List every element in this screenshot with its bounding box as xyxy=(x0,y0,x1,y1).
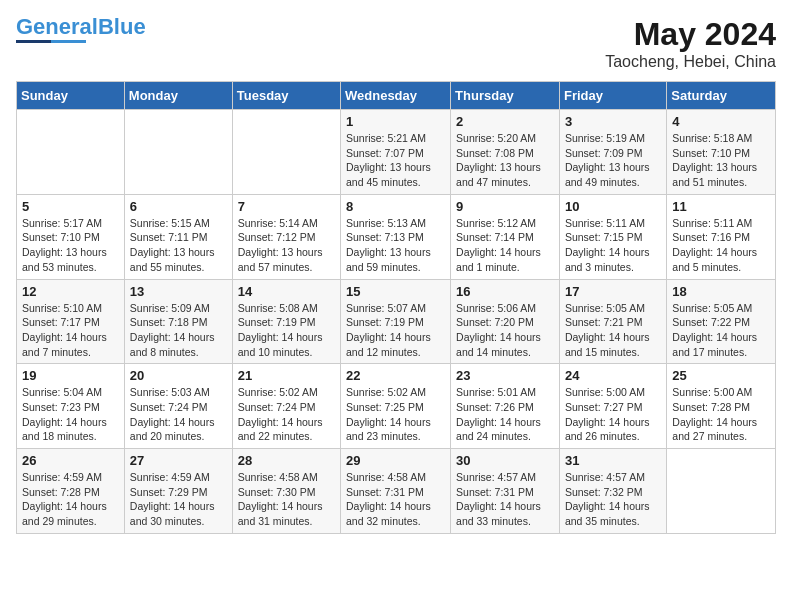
calendar-body: 1Sunrise: 5:21 AM Sunset: 7:07 PM Daylig… xyxy=(17,110,776,534)
header-cell-wednesday: Wednesday xyxy=(341,82,451,110)
day-number: 8 xyxy=(346,199,445,214)
day-info: Sunrise: 5:05 AM Sunset: 7:22 PM Dayligh… xyxy=(672,301,770,360)
day-cell: 14Sunrise: 5:08 AM Sunset: 7:19 PM Dayli… xyxy=(232,279,340,364)
day-cell: 13Sunrise: 5:09 AM Sunset: 7:18 PM Dayli… xyxy=(124,279,232,364)
logo-underline xyxy=(16,40,86,43)
day-number: 24 xyxy=(565,368,661,383)
header: GeneralBlue May 2024 Taocheng, Hebei, Ch… xyxy=(16,16,776,71)
calendar-header: SundayMondayTuesdayWednesdayThursdayFrid… xyxy=(17,82,776,110)
day-cell: 4Sunrise: 5:18 AM Sunset: 7:10 PM Daylig… xyxy=(667,110,776,195)
header-cell-tuesday: Tuesday xyxy=(232,82,340,110)
day-number: 25 xyxy=(672,368,770,383)
day-info: Sunrise: 4:59 AM Sunset: 7:28 PM Dayligh… xyxy=(22,470,119,529)
day-info: Sunrise: 5:02 AM Sunset: 7:25 PM Dayligh… xyxy=(346,385,445,444)
day-number: 3 xyxy=(565,114,661,129)
day-cell: 30Sunrise: 4:57 AM Sunset: 7:31 PM Dayli… xyxy=(451,449,560,534)
day-info: Sunrise: 5:21 AM Sunset: 7:07 PM Dayligh… xyxy=(346,131,445,190)
logo-text: GeneralBlue xyxy=(16,16,146,38)
day-info: Sunrise: 5:02 AM Sunset: 7:24 PM Dayligh… xyxy=(238,385,335,444)
day-info: Sunrise: 5:00 AM Sunset: 7:28 PM Dayligh… xyxy=(672,385,770,444)
day-number: 13 xyxy=(130,284,227,299)
header-cell-sunday: Sunday xyxy=(17,82,125,110)
day-cell: 21Sunrise: 5:02 AM Sunset: 7:24 PM Dayli… xyxy=(232,364,340,449)
day-number: 6 xyxy=(130,199,227,214)
day-number: 18 xyxy=(672,284,770,299)
week-row-1: 5Sunrise: 5:17 AM Sunset: 7:10 PM Daylig… xyxy=(17,194,776,279)
day-number: 17 xyxy=(565,284,661,299)
day-info: Sunrise: 4:58 AM Sunset: 7:31 PM Dayligh… xyxy=(346,470,445,529)
day-cell: 31Sunrise: 4:57 AM Sunset: 7:32 PM Dayli… xyxy=(559,449,666,534)
day-cell: 18Sunrise: 5:05 AM Sunset: 7:22 PM Dayli… xyxy=(667,279,776,364)
day-number: 23 xyxy=(456,368,554,383)
day-info: Sunrise: 5:01 AM Sunset: 7:26 PM Dayligh… xyxy=(456,385,554,444)
header-row: SundayMondayTuesdayWednesdayThursdayFrid… xyxy=(17,82,776,110)
day-number: 16 xyxy=(456,284,554,299)
day-info: Sunrise: 5:11 AM Sunset: 7:15 PM Dayligh… xyxy=(565,216,661,275)
day-number: 29 xyxy=(346,453,445,468)
day-number: 15 xyxy=(346,284,445,299)
day-info: Sunrise: 5:19 AM Sunset: 7:09 PM Dayligh… xyxy=(565,131,661,190)
day-number: 27 xyxy=(130,453,227,468)
logo: GeneralBlue xyxy=(16,16,146,43)
day-cell: 6Sunrise: 5:15 AM Sunset: 7:11 PM Daylig… xyxy=(124,194,232,279)
day-cell: 16Sunrise: 5:06 AM Sunset: 7:20 PM Dayli… xyxy=(451,279,560,364)
week-row-4: 26Sunrise: 4:59 AM Sunset: 7:28 PM Dayli… xyxy=(17,449,776,534)
location: Taocheng, Hebei, China xyxy=(605,53,776,71)
day-cell: 22Sunrise: 5:02 AM Sunset: 7:25 PM Dayli… xyxy=(341,364,451,449)
day-number: 20 xyxy=(130,368,227,383)
day-info: Sunrise: 5:07 AM Sunset: 7:19 PM Dayligh… xyxy=(346,301,445,360)
day-cell: 28Sunrise: 4:58 AM Sunset: 7:30 PM Dayli… xyxy=(232,449,340,534)
day-cell: 10Sunrise: 5:11 AM Sunset: 7:15 PM Dayli… xyxy=(559,194,666,279)
day-number: 12 xyxy=(22,284,119,299)
day-number: 21 xyxy=(238,368,335,383)
day-info: Sunrise: 5:17 AM Sunset: 7:10 PM Dayligh… xyxy=(22,216,119,275)
day-number: 19 xyxy=(22,368,119,383)
day-info: Sunrise: 5:04 AM Sunset: 7:23 PM Dayligh… xyxy=(22,385,119,444)
day-number: 10 xyxy=(565,199,661,214)
day-number: 7 xyxy=(238,199,335,214)
header-cell-monday: Monday xyxy=(124,82,232,110)
day-number: 28 xyxy=(238,453,335,468)
calendar-table: SundayMondayTuesdayWednesdayThursdayFrid… xyxy=(16,81,776,534)
day-number: 14 xyxy=(238,284,335,299)
day-cell: 20Sunrise: 5:03 AM Sunset: 7:24 PM Dayli… xyxy=(124,364,232,449)
day-cell: 19Sunrise: 5:04 AM Sunset: 7:23 PM Dayli… xyxy=(17,364,125,449)
week-row-2: 12Sunrise: 5:10 AM Sunset: 7:17 PM Dayli… xyxy=(17,279,776,364)
day-info: Sunrise: 5:08 AM Sunset: 7:19 PM Dayligh… xyxy=(238,301,335,360)
day-cell: 7Sunrise: 5:14 AM Sunset: 7:12 PM Daylig… xyxy=(232,194,340,279)
day-cell xyxy=(124,110,232,195)
logo-general: General xyxy=(16,14,98,39)
day-info: Sunrise: 5:12 AM Sunset: 7:14 PM Dayligh… xyxy=(456,216,554,275)
day-cell: 8Sunrise: 5:13 AM Sunset: 7:13 PM Daylig… xyxy=(341,194,451,279)
header-cell-saturday: Saturday xyxy=(667,82,776,110)
day-cell: 3Sunrise: 5:19 AM Sunset: 7:09 PM Daylig… xyxy=(559,110,666,195)
day-cell: 15Sunrise: 5:07 AM Sunset: 7:19 PM Dayli… xyxy=(341,279,451,364)
day-info: Sunrise: 5:11 AM Sunset: 7:16 PM Dayligh… xyxy=(672,216,770,275)
day-number: 4 xyxy=(672,114,770,129)
day-cell: 5Sunrise: 5:17 AM Sunset: 7:10 PM Daylig… xyxy=(17,194,125,279)
title-area: May 2024 Taocheng, Hebei, China xyxy=(605,16,776,71)
day-cell: 2Sunrise: 5:20 AM Sunset: 7:08 PM Daylig… xyxy=(451,110,560,195)
day-info: Sunrise: 5:20 AM Sunset: 7:08 PM Dayligh… xyxy=(456,131,554,190)
day-cell: 12Sunrise: 5:10 AM Sunset: 7:17 PM Dayli… xyxy=(17,279,125,364)
day-number: 1 xyxy=(346,114,445,129)
day-cell: 24Sunrise: 5:00 AM Sunset: 7:27 PM Dayli… xyxy=(559,364,666,449)
day-cell: 26Sunrise: 4:59 AM Sunset: 7:28 PM Dayli… xyxy=(17,449,125,534)
day-cell: 23Sunrise: 5:01 AM Sunset: 7:26 PM Dayli… xyxy=(451,364,560,449)
day-number: 30 xyxy=(456,453,554,468)
header-cell-friday: Friday xyxy=(559,82,666,110)
day-cell xyxy=(232,110,340,195)
day-info: Sunrise: 5:14 AM Sunset: 7:12 PM Dayligh… xyxy=(238,216,335,275)
day-cell xyxy=(667,449,776,534)
day-cell: 17Sunrise: 5:05 AM Sunset: 7:21 PM Dayli… xyxy=(559,279,666,364)
day-number: 9 xyxy=(456,199,554,214)
day-info: Sunrise: 5:18 AM Sunset: 7:10 PM Dayligh… xyxy=(672,131,770,190)
day-cell: 1Sunrise: 5:21 AM Sunset: 7:07 PM Daylig… xyxy=(341,110,451,195)
week-row-3: 19Sunrise: 5:04 AM Sunset: 7:23 PM Dayli… xyxy=(17,364,776,449)
day-info: Sunrise: 5:05 AM Sunset: 7:21 PM Dayligh… xyxy=(565,301,661,360)
day-info: Sunrise: 4:58 AM Sunset: 7:30 PM Dayligh… xyxy=(238,470,335,529)
day-number: 26 xyxy=(22,453,119,468)
logo-blue: Blue xyxy=(98,14,146,39)
week-row-0: 1Sunrise: 5:21 AM Sunset: 7:07 PM Daylig… xyxy=(17,110,776,195)
day-cell: 25Sunrise: 5:00 AM Sunset: 7:28 PM Dayli… xyxy=(667,364,776,449)
